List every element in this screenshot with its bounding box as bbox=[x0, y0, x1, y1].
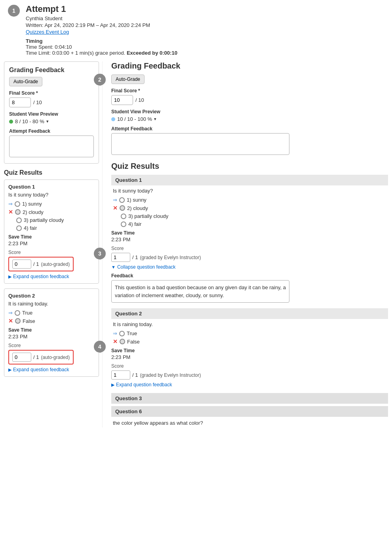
expand-icon: ▶ bbox=[8, 367, 11, 372]
right-final-score-label: Final Score * bbox=[111, 88, 388, 94]
left-q1-card: Question 1 Is it sunny today? ⇒ 1) sunny… bbox=[4, 179, 99, 284]
left-q2-score-input[interactable] bbox=[12, 353, 31, 362]
radio-icon bbox=[15, 310, 20, 316]
badge-1: 1 bbox=[8, 5, 20, 17]
right-q1-block: Question 1 Is it sunny today? ⇒ 1) sunny… bbox=[111, 175, 388, 303]
left-score-divider: / 10 bbox=[33, 99, 42, 105]
option-text: True bbox=[22, 310, 32, 316]
left-student-view-label: Student View Preview bbox=[9, 111, 94, 117]
right-q1-score-max: / 1 bbox=[132, 254, 138, 260]
time-spent: Time Spent: 0:04:10 bbox=[26, 44, 388, 50]
option-text: False bbox=[23, 318, 35, 324]
left-q1-save-time-label: Save Time bbox=[8, 234, 95, 240]
left-attempt-feedback-textarea[interactable] bbox=[9, 136, 94, 157]
right-score-divider: / 10 bbox=[135, 97, 144, 103]
radio-filled-icon bbox=[120, 339, 125, 344]
expand-icon: ▶ bbox=[8, 274, 11, 279]
right-q3-header: Question 3 bbox=[111, 393, 388, 404]
expand-icon: ▶ bbox=[111, 382, 114, 387]
badge-3: 3 bbox=[94, 248, 106, 260]
left-q2-score-max: / 1 bbox=[33, 354, 39, 360]
left-grading-title: Grading Feedback bbox=[9, 67, 94, 74]
left-student-view-value: 8 / 10 - 80 % ▾ bbox=[9, 118, 94, 124]
right-q1-option-3: 3) partially cloudy bbox=[111, 213, 388, 219]
right-q6-block: Question 6 the color yellow appears as w… bbox=[111, 406, 388, 427]
radio-filled-icon bbox=[15, 209, 21, 215]
left-q1-text: Is it sunny today? bbox=[8, 192, 95, 198]
x-icon: ✕ bbox=[8, 209, 13, 215]
left-q2-true-option: ⇒ True bbox=[8, 310, 95, 316]
right-q1-score-label: Score bbox=[111, 246, 388, 251]
x-icon: ✕ bbox=[113, 205, 118, 211]
right-q6-text: the color yellow appears as what color? bbox=[111, 418, 388, 427]
radio-icon bbox=[15, 201, 20, 207]
right-panel: Grading Feedback Auto-Grade Final Score … bbox=[102, 61, 388, 427]
left-q2-expand-feedback[interactable]: ▶ Expand question feedback bbox=[8, 367, 95, 372]
left-q2-score-label: Score bbox=[8, 343, 95, 348]
right-q1-score-input[interactable] bbox=[111, 253, 130, 262]
left-auto-grade-button[interactable]: Auto-Grade bbox=[9, 77, 42, 86]
option-text: 1) sunny bbox=[127, 197, 147, 203]
left-q1-expand-feedback[interactable]: ▶ Expand question feedback bbox=[8, 274, 95, 279]
event-log-link[interactable]: Quizzes Event Log bbox=[26, 29, 69, 35]
right-q1-header: Question 1 bbox=[111, 175, 388, 185]
right-q1-collapse-feedback[interactable]: ▼ Collapse question feedback bbox=[111, 264, 388, 270]
left-q1-score-label: Score bbox=[8, 250, 95, 255]
badge-4: 4 bbox=[94, 341, 106, 353]
left-q1-option-4: 4) fair bbox=[8, 225, 95, 231]
left-q1-option-1: ⇒ 1) sunny bbox=[8, 201, 95, 207]
radio-filled-icon bbox=[120, 205, 125, 211]
radio-icon bbox=[16, 218, 22, 223]
right-attempt-feedback-textarea[interactable] bbox=[111, 133, 289, 155]
right-grading-title: Grading Feedback bbox=[111, 61, 388, 71]
attempt-title: Attempt 1 Cynthia Student Written: Apr 2… bbox=[26, 4, 388, 56]
right-q2-score-input[interactable] bbox=[111, 370, 130, 380]
right-quiz-title: Quiz Results bbox=[111, 162, 388, 171]
badge-2: 2 bbox=[94, 74, 106, 86]
radio-icon bbox=[119, 197, 125, 203]
blue-dot-icon bbox=[111, 117, 115, 121]
right-q2-score-label: Score bbox=[111, 363, 388, 369]
left-q1-score-note: (auto-graded) bbox=[41, 261, 70, 267]
right-q2-true-option: ⇒ True bbox=[111, 330, 388, 336]
radio-icon bbox=[16, 225, 22, 231]
arrow-icon: ⇒ bbox=[113, 330, 117, 336]
right-q1-save-time: 2:23 PM bbox=[111, 237, 388, 242]
student-name: Cynthia Student bbox=[26, 15, 388, 21]
right-student-view-label: Student View Preview bbox=[111, 109, 388, 115]
chevron-down-icon[interactable]: ▾ bbox=[46, 119, 49, 124]
right-score-input[interactable] bbox=[111, 95, 133, 105]
right-auto-grade-button[interactable]: Auto-Grade bbox=[111, 74, 145, 84]
right-q2-save-time: 2:23 PM bbox=[111, 354, 388, 360]
left-q2-save-time: 2:23 PM bbox=[8, 334, 95, 340]
right-q6-header: Question 6 bbox=[111, 406, 388, 417]
written-date: Written: Apr 24, 2020 2:19 PM – Apr 24, … bbox=[26, 22, 388, 28]
right-attempt-feedback-label: Attempt Feedback bbox=[111, 126, 388, 132]
left-q1-score-box: / 1 (auto-graded) bbox=[8, 257, 74, 271]
right-q2-expand-feedback[interactable]: ▶ Expand question feedback bbox=[111, 382, 388, 387]
left-q1-score-input[interactable] bbox=[12, 260, 31, 269]
option-text: 4) fair bbox=[128, 221, 141, 227]
arrow-icon: ⇒ bbox=[113, 197, 117, 203]
right-grading-feedback: Grading Feedback Auto-Grade Final Score … bbox=[111, 61, 388, 156]
x-icon: ✕ bbox=[8, 318, 13, 324]
left-attempt-feedback-label: Attempt Feedback bbox=[9, 128, 94, 134]
chevron-down-icon[interactable]: ▾ bbox=[154, 116, 156, 122]
right-q1-option-1: ⇒ 1) sunny bbox=[111, 197, 388, 203]
left-q1-save-time: 2:23 PM bbox=[8, 240, 95, 246]
option-text: 2) cloudy bbox=[23, 209, 44, 215]
x-icon: ✕ bbox=[113, 338, 118, 345]
green-dot-icon bbox=[9, 120, 13, 124]
option-text: 2) cloudy bbox=[127, 205, 148, 211]
left-score-input[interactable] bbox=[9, 97, 31, 107]
radio-icon bbox=[121, 214, 126, 219]
right-q1-option-4: 4) fair bbox=[111, 221, 388, 227]
option-text: True bbox=[127, 330, 137, 336]
right-q1-text: Is it sunny today? bbox=[111, 188, 388, 194]
right-student-view-value: 10 / 10 - 100 % ▾ bbox=[111, 116, 388, 122]
left-q1-option-2: ✕ 2) cloudy bbox=[8, 209, 95, 215]
left-q2-card: Question 2 It is raining today. ⇒ True ✕… bbox=[4, 288, 99, 377]
collapse-icon: ▼ bbox=[111, 265, 116, 269]
left-quiz-title: Quiz Results bbox=[4, 169, 99, 176]
right-q1-feedback-label: Feedback bbox=[111, 273, 388, 279]
